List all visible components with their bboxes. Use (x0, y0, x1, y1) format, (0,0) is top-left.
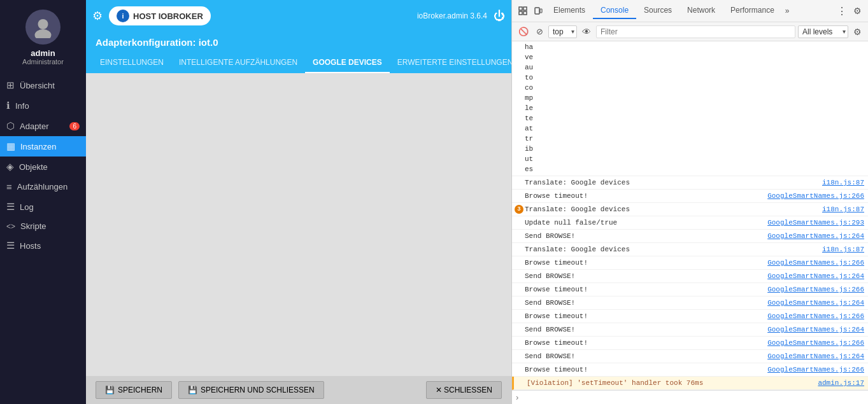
tab-einstellungen[interactable]: EINSTELLUNGEN (92, 53, 171, 73)
msg-source-link[interactable]: i18n.js:87 (822, 244, 864, 254)
aufz-icon: ≡ (6, 181, 12, 192)
sidebar-item-label: Info (15, 101, 29, 111)
sidebar-item-label: Übersicht (20, 81, 55, 90)
sidebar-item-skripte[interactable]: <> Skripte (0, 217, 86, 235)
save-label: SPEICHERN (118, 386, 162, 394)
console-message-row: [Violation] 'setTimeout' handler took 76… (512, 377, 868, 390)
msg-source-link[interactable]: i18n.js:87 (822, 204, 864, 214)
devtools-inspect-button[interactable] (515, 4, 530, 17)
sidebar-item-hosts[interactable]: ☰ Hosts (0, 235, 86, 256)
msg-source-link[interactable]: GoogleSmartNames.js:266 (767, 365, 864, 375)
msg-source-link[interactable]: GoogleSmartNames.js:266 (767, 258, 864, 268)
devtools-tab-network[interactable]: Network (679, 3, 723, 19)
console-messages[interactable]: Browse timeout!GoogleSmartNames.js:266Se… (512, 41, 868, 390)
devtools-settings-button[interactable]: ⚙ (850, 4, 865, 18)
tab-google-devices[interactable]: GOOGLE DEVICES (305, 53, 390, 73)
console-eye-icon[interactable]: 👁 (580, 25, 594, 38)
msg-text: Send BROWSE! (525, 271, 761, 281)
devtools-topbar: Elements Console Sources Network Perform… (512, 0, 868, 22)
console-input[interactable] (522, 393, 864, 402)
console-message-row: Send BROWSE!GoogleSmartNames.js:264 (512, 270, 868, 283)
console-message-row: 3Translate: Google devicesi18n.js:87 (512, 203, 868, 216)
username-label: admin (31, 48, 55, 58)
main-area: ⚙ i HOST IOBROKER ioBroker.admin 3.6.4 ⏻… (86, 0, 511, 404)
msg-text: Send BROWSE! (525, 298, 761, 308)
tab-intelligente[interactable]: INTELLIGENTE AUFZÄHLUNGEN (171, 53, 305, 73)
console-message-row: Browse timeout!GoogleSmartNames.js:266 (512, 283, 868, 296)
console-gear-icon[interactable]: ⚙ (851, 25, 864, 38)
msg-text: Browse timeout! (525, 311, 761, 321)
hosts-icon: ☰ (6, 240, 15, 251)
devtools-tab-sources[interactable]: Sources (636, 3, 679, 19)
sidebar-item-info[interactable]: ℹ Info (0, 95, 86, 116)
msg-text: [DOM] Input elements should have autocom… (525, 41, 533, 174)
sidebar-item-objekte[interactable]: ◈ Objekte (0, 157, 86, 177)
console-filter-input[interactable] (596, 25, 795, 38)
msg-source-link[interactable]: GoogleSmartNames.js:264 (767, 324, 864, 335)
msg-source-link[interactable]: admin.js:17 (818, 378, 864, 388)
devtools-tab-console[interactable]: Console (593, 3, 636, 19)
devtools-more-tabs[interactable]: » (782, 3, 793, 18)
sidebar-item-adapter[interactable]: ⬡ Adapter 6 (0, 116, 86, 136)
save-button[interactable]: 💾 SPEICHERN (96, 381, 172, 399)
host-iobroker-button[interactable]: i HOST IOBROKER (109, 6, 211, 25)
sidebar-item-label: Log (20, 202, 34, 212)
msg-source-link[interactable]: GoogleSmartNames.js:264 (767, 351, 864, 361)
msg-text: Browse timeout! (525, 258, 761, 268)
power-icon[interactable]: ⏻ (494, 10, 505, 23)
msg-text: [Violation] 'setTimeout' handler took 76… (527, 378, 811, 388)
console-message-row: [DOM] Input elements should have autocom… (512, 41, 868, 176)
msg-text: Send BROWSE! (525, 351, 761, 361)
instanzen-icon: ▦ (6, 141, 15, 152)
console-filter-button[interactable]: ⊘ (534, 25, 546, 38)
action-bar: 💾 SPEICHERN 💾 SPEICHERN UND SCHLIESSEN ✕… (86, 376, 511, 404)
host-label: HOST IOBROKER (133, 11, 203, 21)
save-close-label: SPEICHERN UND SCHLIESSEN (201, 386, 315, 394)
console-clear-button[interactable]: 🚫 (516, 25, 531, 38)
save-close-button[interactable]: 💾 SPEICHERN UND SCHLIESSEN (178, 381, 324, 399)
svg-rect-5 (523, 11, 527, 15)
objekte-icon: ◈ (6, 161, 14, 172)
sidebar-item-uebersicht[interactable]: ⊞ Übersicht (0, 75, 86, 95)
msg-text: Browse timeout! (525, 338, 761, 348)
console-message-row: Translate: Google devicesi18n.js:87 (512, 176, 868, 190)
msg-source-link[interactable]: GoogleSmartNames.js:266 (767, 284, 864, 295)
sidebar-item-log[interactable]: ☰ Log (0, 197, 86, 217)
msg-badge: 3 (515, 205, 523, 214)
sidebar-item-label: Instanzen (20, 142, 56, 151)
sidebar-item-instanzen[interactable]: ▦ Instanzen (0, 136, 86, 157)
devtools-device-button[interactable] (530, 4, 546, 17)
msg-source-link[interactable]: GoogleSmartNames.js:264 (767, 298, 864, 308)
msg-source-link[interactable]: GoogleSmartNames.js:264 (767, 231, 864, 241)
console-toolbar: 🚫 ⊘ top 👁 All levels Verbose Info Warnin… (512, 22, 868, 41)
msg-source-link[interactable]: GoogleSmartNames.js:266 (767, 338, 864, 348)
svg-rect-4 (519, 11, 522, 15)
close-button[interactable]: ✕ SCHLIESSEN (426, 381, 502, 399)
devtools-tab-performance[interactable]: Performance (723, 3, 782, 19)
msg-source-link[interactable]: GoogleSmartNames.js:264 (767, 271, 864, 281)
devtools-tab-elements[interactable]: Elements (546, 3, 593, 19)
levels-select[interactable]: All levels Verbose Info Warnings Errors (798, 25, 848, 38)
sidebar-nav: ⊞ Übersicht ℹ Info ⬡ Adapter 6 ▦ Instanz… (0, 72, 86, 404)
sidebar-item-label: Skripte (20, 221, 46, 231)
info-icon: ℹ (6, 100, 10, 111)
console-message-row: Update null false/trueGoogleSmartNames.j… (512, 216, 868, 230)
close-label: ✕ SCHLIESSEN (436, 386, 492, 394)
msg-source-link[interactable]: GoogleSmartNames.js:293 (767, 218, 864, 228)
msg-source-link[interactable]: GoogleSmartNames.js:266 (767, 191, 864, 201)
context-select[interactable]: top (548, 25, 577, 38)
skripte-icon: <> (6, 222, 15, 231)
devtools-menu-button[interactable]: ⋮ (834, 3, 850, 19)
console-message-row: Browse timeout!GoogleSmartNames.js:266 (512, 337, 868, 350)
msg-text: Update null false/true (525, 218, 761, 228)
msg-source-link[interactable]: GoogleSmartNames.js:266 (767, 311, 864, 321)
svg-rect-7 (540, 9, 542, 13)
msg-text: Send BROWSE! (525, 324, 761, 335)
sidebar-item-aufzaehlungen[interactable]: ≡ Aufzählungen (0, 177, 86, 197)
msg-source-link[interactable]: i18n.js:87 (822, 178, 864, 188)
console-message-row: Translate: Google devicesi18n.js:87 (512, 243, 868, 256)
sidebar-item-label: Aufzählungen (17, 182, 68, 192)
sidebar-item-label: Objekte (19, 162, 48, 172)
tab-erweiterte[interactable]: ERWEITERTE EINSTELLUNGEN (390, 53, 511, 73)
settings-icon[interactable]: ⚙ (92, 9, 103, 23)
